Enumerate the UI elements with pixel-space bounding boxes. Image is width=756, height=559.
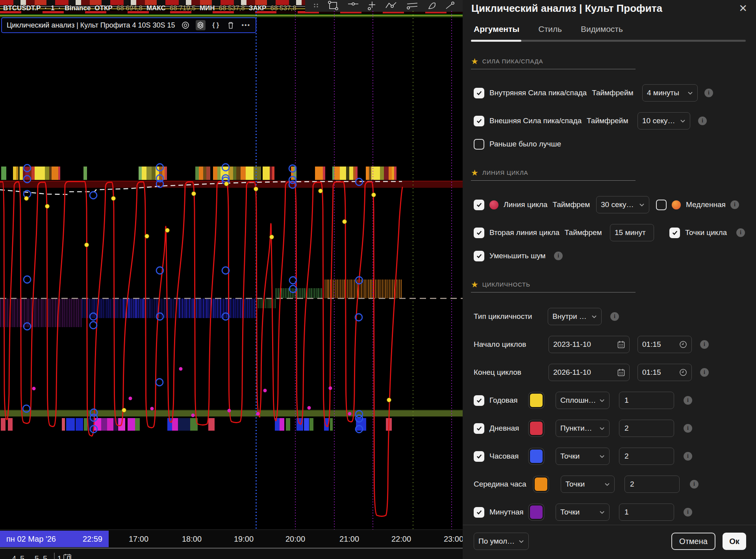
checkbox-unchecked[interactable]	[474, 139, 484, 150]
checkbox-unchecked[interactable]	[656, 200, 667, 210]
end-date-input[interactable]: 2026-11-10	[548, 364, 630, 381]
time-tick[interactable]: 21:00	[339, 530, 359, 548]
color-swatch[interactable]	[529, 392, 544, 408]
time-tick[interactable]: 23:00	[444, 530, 463, 548]
peak-dot-yellow	[192, 192, 196, 196]
section-underline	[471, 292, 636, 292]
checkbox-checked[interactable]	[669, 228, 680, 238]
time-value: 01:15	[642, 340, 661, 349]
info-icon[interactable]: i	[736, 228, 745, 237]
peak-dot-yellow	[224, 182, 229, 186]
checkbox-checked[interactable]	[474, 200, 484, 210]
line-style-dropdown[interactable]: Точки	[561, 476, 615, 493]
tab-style[interactable]: Стиль	[538, 24, 562, 34]
time-axis[interactable]: пн 02 Мар '26 22:59 17:0018:0019:0020:00…	[0, 529, 463, 548]
line-width-input[interactable]: 1	[619, 392, 674, 409]
info-icon[interactable]: i	[730, 200, 739, 209]
info-icon[interactable]: i	[610, 312, 619, 321]
indicator-legend[interactable]: Циклический анализ | Культ Профита 4 10S…	[1, 17, 256, 33]
row-yearly: ГодоваяСплошн…1i	[463, 392, 756, 409]
info-icon[interactable]: i	[554, 252, 563, 260]
slow-color-swatch[interactable]	[672, 200, 681, 209]
peak-dot-yellow	[270, 235, 274, 239]
info-icon[interactable]: i	[684, 452, 692, 461]
tab-visibility[interactable]: Видимость	[581, 24, 623, 34]
checkbox-checked[interactable]	[474, 228, 484, 238]
time-tick[interactable]: 19:00	[234, 530, 254, 548]
info-icon[interactable]: i	[698, 117, 707, 125]
timeframe-dropdown[interactable]: 15 минут	[610, 224, 654, 241]
active-tab-indicator	[471, 40, 521, 42]
settings-gear-icon[interactable]	[196, 20, 205, 30]
info-icon[interactable]: i	[684, 424, 692, 433]
timeframe-dropdown[interactable]: 10 секу…	[637, 112, 690, 130]
line-width-input[interactable]: 2	[624, 476, 680, 493]
cycle-points-label: Точки цикла	[685, 228, 727, 237]
chevron-down-icon	[680, 119, 686, 123]
line-color-swatch[interactable]	[489, 200, 498, 209]
time-tick[interactable]: 20:00	[285, 530, 305, 548]
chart-area[interactable]: BTCUSDT.P · 1 · Binance ОТКР 68 694,8 МА…	[0, 0, 463, 559]
checkbox-checked[interactable]	[474, 251, 484, 261]
row-cyclicity-type: Тип цикличности Внутри … i	[463, 308, 756, 325]
info-icon[interactable]: i	[684, 508, 692, 516]
close-icon[interactable]: ✕	[739, 3, 747, 13]
tab-arguments[interactable]: Аргументы	[474, 24, 519, 34]
minute-dot-magenta	[308, 406, 311, 410]
dropdown-value: Пункти…	[560, 424, 592, 433]
start-date-input[interactable]: 2023-11-10	[548, 336, 630, 353]
eye-icon[interactable]	[181, 20, 190, 30]
info-icon[interactable]: i	[704, 89, 713, 97]
color-swatch[interactable]	[529, 504, 544, 520]
color-swatch[interactable]	[534, 476, 548, 492]
time-tick[interactable]: 17:00	[129, 530, 148, 548]
line-width-input[interactable]: 1	[619, 503, 674, 521]
dropdown-value: 10 секу…	[642, 117, 675, 125]
checkbox-checked[interactable]	[474, 88, 484, 98]
section-peak-strength: ★ СИЛА ПИКА/СПАДА	[471, 57, 543, 65]
timeframe-dropdown[interactable]: 30 секу…	[596, 196, 649, 213]
row-label: Начало циклов	[474, 340, 526, 349]
line-style-dropdown[interactable]: Точки	[556, 503, 610, 521]
calendar-icon[interactable]	[63, 553, 72, 559]
info-icon[interactable]: i	[700, 340, 709, 349]
checkbox-checked[interactable]	[474, 423, 484, 434]
start-time-input[interactable]: 01:15	[637, 336, 692, 353]
checkbox-checked[interactable]	[474, 507, 484, 518]
ok-button[interactable]: Ок	[723, 533, 746, 550]
checkbox-checked[interactable]	[474, 395, 484, 406]
cancel-button[interactable]: Отмена	[671, 533, 715, 550]
cyclicity-type-dropdown[interactable]: Внутри …	[548, 308, 602, 325]
line-style-dropdown[interactable]: Сплошн…	[556, 392, 610, 409]
cycle-point-circle	[90, 192, 97, 199]
cycle-point-circle	[289, 285, 296, 292]
line-width-input[interactable]: 2	[619, 448, 674, 465]
peak-dot-yellow	[372, 193, 376, 197]
defaults-dropdown[interactable]: По умол…	[474, 533, 529, 550]
line-style-dropdown[interactable]: Пункти…	[556, 420, 610, 437]
more-options-icon[interactable]: •••	[241, 20, 251, 30]
info-icon[interactable]: i	[684, 396, 692, 405]
timeframe-dropdown[interactable]: 4 минуты	[642, 84, 698, 102]
time-tick[interactable]: 22:00	[391, 530, 411, 548]
info-icon[interactable]: i	[700, 368, 709, 377]
color-swatch[interactable]	[529, 448, 544, 464]
cycle-point-circle	[289, 277, 296, 284]
end-time-input[interactable]: 01:15	[637, 364, 692, 381]
cycle-point-circle	[156, 164, 163, 171]
peak-dot-yellow	[319, 189, 323, 193]
line-width-input[interactable]: 2	[619, 420, 674, 437]
color-swatch[interactable]	[529, 420, 544, 436]
time-tick[interactable]: 18:00	[182, 530, 202, 548]
checkbox-checked[interactable]	[474, 451, 484, 462]
checkbox-checked[interactable]	[474, 116, 484, 126]
source-code-icon[interactable]: { }	[211, 20, 220, 30]
trash-icon[interactable]	[226, 20, 235, 30]
peak-dot-yellow	[111, 196, 116, 201]
slow-label: Медленная	[686, 200, 726, 209]
row-label: Внешняя Сила пика/спада	[489, 117, 582, 125]
line-style-dropdown[interactable]: Точки	[556, 448, 610, 465]
info-icon[interactable]: i	[690, 480, 699, 489]
cycle-point-circle	[156, 379, 163, 386]
cycle-point-circle	[356, 426, 363, 433]
